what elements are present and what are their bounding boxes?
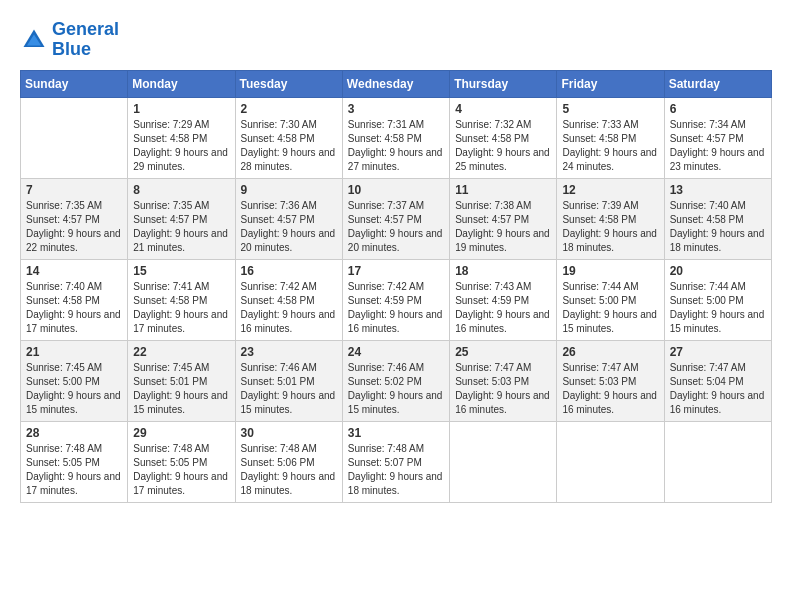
day-number: 16 (241, 264, 337, 278)
calendar-cell: 20Sunrise: 7:44 AMSunset: 5:00 PMDayligh… (664, 259, 771, 340)
calendar-week-row: 1Sunrise: 7:29 AMSunset: 4:58 PMDaylight… (21, 97, 772, 178)
day-number: 21 (26, 345, 122, 359)
calendar-cell: 4Sunrise: 7:32 AMSunset: 4:58 PMDaylight… (450, 97, 557, 178)
calendar-cell: 11Sunrise: 7:38 AMSunset: 4:57 PMDayligh… (450, 178, 557, 259)
day-number: 27 (670, 345, 766, 359)
day-number: 26 (562, 345, 658, 359)
calendar-cell: 28Sunrise: 7:48 AMSunset: 5:05 PMDayligh… (21, 421, 128, 502)
day-info: Sunrise: 7:43 AMSunset: 4:59 PMDaylight:… (455, 280, 551, 336)
day-info: Sunrise: 7:33 AMSunset: 4:58 PMDaylight:… (562, 118, 658, 174)
day-info: Sunrise: 7:38 AMSunset: 4:57 PMDaylight:… (455, 199, 551, 255)
calendar-cell: 17Sunrise: 7:42 AMSunset: 4:59 PMDayligh… (342, 259, 449, 340)
day-number: 10 (348, 183, 444, 197)
day-number: 14 (26, 264, 122, 278)
day-info: Sunrise: 7:31 AMSunset: 4:58 PMDaylight:… (348, 118, 444, 174)
calendar-cell (557, 421, 664, 502)
day-number: 22 (133, 345, 229, 359)
calendar-cell: 8Sunrise: 7:35 AMSunset: 4:57 PMDaylight… (128, 178, 235, 259)
day-header-saturday: Saturday (664, 70, 771, 97)
day-info: Sunrise: 7:47 AMSunset: 5:03 PMDaylight:… (455, 361, 551, 417)
day-info: Sunrise: 7:39 AMSunset: 4:58 PMDaylight:… (562, 199, 658, 255)
day-info: Sunrise: 7:44 AMSunset: 5:00 PMDaylight:… (562, 280, 658, 336)
calendar-cell: 14Sunrise: 7:40 AMSunset: 4:58 PMDayligh… (21, 259, 128, 340)
calendar-week-row: 28Sunrise: 7:48 AMSunset: 5:05 PMDayligh… (21, 421, 772, 502)
day-info: Sunrise: 7:48 AMSunset: 5:06 PMDaylight:… (241, 442, 337, 498)
day-number: 9 (241, 183, 337, 197)
day-info: Sunrise: 7:32 AMSunset: 4:58 PMDaylight:… (455, 118, 551, 174)
calendar-cell (21, 97, 128, 178)
day-info: Sunrise: 7:47 AMSunset: 5:04 PMDaylight:… (670, 361, 766, 417)
calendar-cell (664, 421, 771, 502)
day-info: Sunrise: 7:48 AMSunset: 5:07 PMDaylight:… (348, 442, 444, 498)
day-number: 8 (133, 183, 229, 197)
day-info: Sunrise: 7:46 AMSunset: 5:01 PMDaylight:… (241, 361, 337, 417)
calendar-cell: 5Sunrise: 7:33 AMSunset: 4:58 PMDaylight… (557, 97, 664, 178)
calendar-cell: 7Sunrise: 7:35 AMSunset: 4:57 PMDaylight… (21, 178, 128, 259)
day-info: Sunrise: 7:37 AMSunset: 4:57 PMDaylight:… (348, 199, 444, 255)
day-header-wednesday: Wednesday (342, 70, 449, 97)
calendar-cell: 3Sunrise: 7:31 AMSunset: 4:58 PMDaylight… (342, 97, 449, 178)
calendar-cell: 12Sunrise: 7:39 AMSunset: 4:58 PMDayligh… (557, 178, 664, 259)
day-number: 7 (26, 183, 122, 197)
day-number: 25 (455, 345, 551, 359)
day-number: 24 (348, 345, 444, 359)
calendar-cell: 24Sunrise: 7:46 AMSunset: 5:02 PMDayligh… (342, 340, 449, 421)
day-number: 13 (670, 183, 766, 197)
calendar-cell: 27Sunrise: 7:47 AMSunset: 5:04 PMDayligh… (664, 340, 771, 421)
page-header: General Blue (20, 20, 772, 60)
day-header-tuesday: Tuesday (235, 70, 342, 97)
logo: General Blue (20, 20, 119, 60)
day-header-monday: Monday (128, 70, 235, 97)
day-number: 11 (455, 183, 551, 197)
day-info: Sunrise: 7:45 AMSunset: 5:01 PMDaylight:… (133, 361, 229, 417)
calendar-cell: 10Sunrise: 7:37 AMSunset: 4:57 PMDayligh… (342, 178, 449, 259)
calendar-cell: 13Sunrise: 7:40 AMSunset: 4:58 PMDayligh… (664, 178, 771, 259)
calendar-cell: 31Sunrise: 7:48 AMSunset: 5:07 PMDayligh… (342, 421, 449, 502)
calendar-cell: 30Sunrise: 7:48 AMSunset: 5:06 PMDayligh… (235, 421, 342, 502)
day-number: 2 (241, 102, 337, 116)
day-header-friday: Friday (557, 70, 664, 97)
logo-text: General Blue (52, 20, 119, 60)
day-info: Sunrise: 7:46 AMSunset: 5:02 PMDaylight:… (348, 361, 444, 417)
day-number: 30 (241, 426, 337, 440)
day-info: Sunrise: 7:29 AMSunset: 4:58 PMDaylight:… (133, 118, 229, 174)
calendar-cell: 19Sunrise: 7:44 AMSunset: 5:00 PMDayligh… (557, 259, 664, 340)
day-number: 23 (241, 345, 337, 359)
day-info: Sunrise: 7:48 AMSunset: 5:05 PMDaylight:… (26, 442, 122, 498)
day-number: 1 (133, 102, 229, 116)
day-info: Sunrise: 7:45 AMSunset: 5:00 PMDaylight:… (26, 361, 122, 417)
day-number: 3 (348, 102, 444, 116)
day-number: 12 (562, 183, 658, 197)
calendar-cell: 6Sunrise: 7:34 AMSunset: 4:57 PMDaylight… (664, 97, 771, 178)
calendar-cell: 23Sunrise: 7:46 AMSunset: 5:01 PMDayligh… (235, 340, 342, 421)
day-number: 4 (455, 102, 551, 116)
calendar-cell: 21Sunrise: 7:45 AMSunset: 5:00 PMDayligh… (21, 340, 128, 421)
day-info: Sunrise: 7:40 AMSunset: 4:58 PMDaylight:… (26, 280, 122, 336)
day-number: 20 (670, 264, 766, 278)
day-header-sunday: Sunday (21, 70, 128, 97)
calendar-header-row: SundayMondayTuesdayWednesdayThursdayFrid… (21, 70, 772, 97)
day-info: Sunrise: 7:35 AMSunset: 4:57 PMDaylight:… (133, 199, 229, 255)
day-info: Sunrise: 7:34 AMSunset: 4:57 PMDaylight:… (670, 118, 766, 174)
day-info: Sunrise: 7:40 AMSunset: 4:58 PMDaylight:… (670, 199, 766, 255)
calendar-week-row: 14Sunrise: 7:40 AMSunset: 4:58 PMDayligh… (21, 259, 772, 340)
day-number: 28 (26, 426, 122, 440)
day-info: Sunrise: 7:42 AMSunset: 4:59 PMDaylight:… (348, 280, 444, 336)
day-number: 15 (133, 264, 229, 278)
day-number: 5 (562, 102, 658, 116)
day-info: Sunrise: 7:41 AMSunset: 4:58 PMDaylight:… (133, 280, 229, 336)
logo-icon (20, 26, 48, 54)
calendar-cell: 29Sunrise: 7:48 AMSunset: 5:05 PMDayligh… (128, 421, 235, 502)
day-number: 31 (348, 426, 444, 440)
calendar-cell (450, 421, 557, 502)
calendar-cell: 16Sunrise: 7:42 AMSunset: 4:58 PMDayligh… (235, 259, 342, 340)
calendar-cell: 22Sunrise: 7:45 AMSunset: 5:01 PMDayligh… (128, 340, 235, 421)
calendar-cell: 1Sunrise: 7:29 AMSunset: 4:58 PMDaylight… (128, 97, 235, 178)
calendar-cell: 26Sunrise: 7:47 AMSunset: 5:03 PMDayligh… (557, 340, 664, 421)
calendar-cell: 15Sunrise: 7:41 AMSunset: 4:58 PMDayligh… (128, 259, 235, 340)
day-header-thursday: Thursday (450, 70, 557, 97)
day-number: 18 (455, 264, 551, 278)
day-number: 6 (670, 102, 766, 116)
day-number: 29 (133, 426, 229, 440)
day-info: Sunrise: 7:30 AMSunset: 4:58 PMDaylight:… (241, 118, 337, 174)
